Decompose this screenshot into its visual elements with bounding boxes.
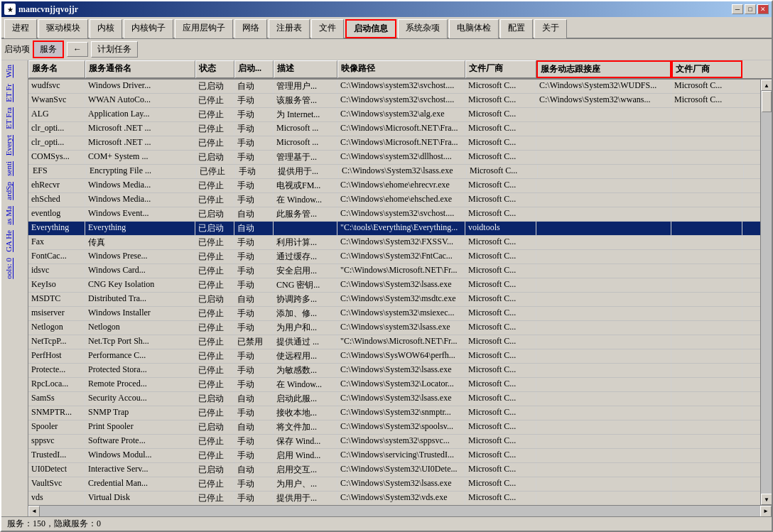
title-bar-left: ★ mamcvnjjqvojjr <box>4 4 78 15</box>
close-button[interactable]: ✕ <box>757 4 769 14</box>
tab-process[interactable]: 进程 <box>4 19 37 38</box>
scroll-down-button[interactable]: ▼ <box>761 494 772 505</box>
cell-status: 已停止 <box>195 236 234 249</box>
cell-status: 已启动 <box>195 392 234 406</box>
table-row[interactable]: idsvcWindows Card...已停止手动安全启用..."C:\Wind… <box>28 264 760 278</box>
cell-desc: 提供用于... <box>275 165 339 178</box>
cell-path: C:\Windows\System32\lsass.exe <box>337 278 465 292</box>
col-header-status[interactable]: 状态 <box>195 60 234 78</box>
table-row[interactable]: NetlogonNetlogon已停止手动为用户和...C:\Windows\s… <box>28 321 760 335</box>
table-row[interactable]: ehRecvrWindows Media...已停止手动电视或FM...C:\W… <box>28 179 760 193</box>
tab-registry[interactable]: 注册表 <box>269 19 310 38</box>
left-item-senti[interactable]: senti <box>3 158 26 179</box>
tab-startup[interactable]: 启动信息 <box>345 19 396 38</box>
table-row[interactable]: COMSys...COM+ System ...已启动手动管理基于...C:\W… <box>28 151 760 165</box>
cell-vendor: voidtools <box>465 222 536 235</box>
table-row[interactable]: wudfsvcWindows Driver...已启动自动管理用户...C:\W… <box>28 80 760 94</box>
table-row[interactable]: VaultSvcCredential Man...已停止手动为用户、...C:\… <box>28 477 760 492</box>
left-item-ardsp[interactable]: ardSp <box>3 179 26 203</box>
col-header-file-vendor[interactable]: 文件厂商 <box>671 60 742 78</box>
cell-desc: 此服务管... <box>274 207 337 221</box>
tab-file[interactable]: 文件 <box>311 19 344 38</box>
left-item-win[interactable]: Win <box>3 62 26 81</box>
vertical-scrollbar[interactable]: ▲ ▼ <box>760 80 772 505</box>
table-row[interactable]: eventlogWindows Event...已启动自动此服务管...C:\W… <box>28 207 760 222</box>
sub-tab-arrow[interactable]: ← <box>67 42 88 57</box>
col-header-path[interactable]: 映像路径 <box>337 60 465 78</box>
table-row[interactable]: clr_opti...Microsoft .NET ...已停止手动Micros… <box>28 122 760 136</box>
col-header-svc-name[interactable]: 服务名 <box>28 60 85 78</box>
cell-status: 已停止 <box>195 435 234 448</box>
table-row[interactable]: SpoolerPrint Spooler已启动自动将文件加...C:\Windo… <box>28 420 760 435</box>
left-item-etfra[interactable]: ET Fra <box>3 104 26 132</box>
table-row[interactable]: ALGApplication Lay...已停止手动为 Internet...C… <box>28 108 760 122</box>
table-row[interactable]: MSDTCDistributed Tra...已启动自动协调跨多...C:\Wi… <box>28 293 760 307</box>
sub-tab-service[interactable]: 服务 <box>33 40 64 58</box>
tab-kernel-hook[interactable]: 内核钩子 <box>124 19 173 38</box>
cell-svc_name: TrustedI... <box>28 449 85 462</box>
minimize-button[interactable]: ─ <box>732 4 743 14</box>
col-header-vendor[interactable]: 文件厂商 <box>465 60 536 78</box>
cell-common_name: Encrypting File ... <box>87 165 197 178</box>
table-row[interactable]: clr_opti...Microsoft .NET ...已停止手动Micros… <box>28 136 760 151</box>
table-row[interactable]: PerfHostPerformance C...已停止手动使远程用...C:\W… <box>28 349 760 364</box>
table-row[interactable]: Fax传真已停止手动利用计算...C:\Windows\System32\FXS… <box>28 236 760 250</box>
hscroll-track[interactable] <box>40 506 760 517</box>
cell-desc: 提供用于... <box>274 492 337 505</box>
table-row[interactable]: ehSchedWindows Media...已停止手动在 Window...C… <box>28 193 760 207</box>
cell-log <box>536 179 671 192</box>
col-header-log[interactable]: 服务动志跟接座 <box>536 60 671 78</box>
sub-tab-schedule[interactable]: 计划任务 <box>91 41 138 58</box>
cell-file_vendor <box>671 406 742 420</box>
tab-app-hook[interactable]: 应用层钩子 <box>175 19 233 38</box>
left-item-asma[interactable]: as Ma <box>3 203 26 228</box>
left-item-tools[interactable]: ools: 0 <box>3 255 26 282</box>
cell-desc: 为用户、... <box>274 477 337 491</box>
cell-vendor: Microsoft C... <box>465 364 536 377</box>
left-item-etfr[interactable]: ET Fr <box>3 81 26 105</box>
cell-status: 已启动 <box>195 80 234 93</box>
table-row[interactable]: Protecte...Protected Stora...已停止手动为敏感数..… <box>28 364 760 378</box>
cell-start: 手动 <box>234 108 274 121</box>
tab-network[interactable]: 网络 <box>234 19 267 38</box>
table-row[interactable]: SamSsSecurity Accou...已启动自动启动此服...C:\Win… <box>28 392 760 406</box>
table-row[interactable]: NetTcpP...Net.Tcp Port Sh...已停止已禁用提供通过 .… <box>28 335 760 349</box>
scroll-track[interactable] <box>761 91 772 494</box>
cell-svc_name: clr_opti... <box>28 122 85 136</box>
col-header-desc[interactable]: 描述 <box>274 60 337 78</box>
table-row[interactable]: sppsvcSoftware Prote...已停止手动保存 Wind...C:… <box>28 435 760 449</box>
left-item-every[interactable]: Everyt <box>3 132 26 158</box>
cell-vendor: Microsoft C... <box>465 264 536 278</box>
table-row[interactable]: UI0DetectInteractive Serv...已启动自动启用交互...… <box>28 463 760 477</box>
tab-kernel[interactable]: 内核 <box>90 19 122 38</box>
table-row[interactable]: msiserverWindows Installer已停止手动添加、修...C:… <box>28 307 760 321</box>
cell-path: C:\Windows\system32\svchost.... <box>337 94 465 107</box>
table-row[interactable]: EverythingEverything已启动自动"C:\tools\Every… <box>28 222 760 236</box>
cell-vendor: Microsoft C... <box>465 122 536 136</box>
scroll-up-button[interactable]: ▲ <box>761 80 772 91</box>
table-row[interactable]: vdsVirtual Disk已停止手动提供用于...C:\Windows\Sy… <box>28 492 760 505</box>
hscroll-right-button[interactable]: ► <box>760 506 772 517</box>
table-row[interactable]: KeyIsoCNG Key Isolation已停止手动CNG 密钥...C:\… <box>28 278 760 293</box>
tab-config[interactable]: 配置 <box>500 19 533 38</box>
tab-driver[interactable]: 驱动模块 <box>38 19 88 38</box>
table-row[interactable]: FontCac...Windows Prese...已停止手动通过缓存...C:… <box>28 250 760 264</box>
col-header-start[interactable]: 启动... <box>234 60 274 78</box>
cell-status: 已停止 <box>195 136 234 150</box>
col-header-common-name[interactable]: 服务通俗名 <box>85 60 195 78</box>
cell-path: C:\Windows\system32\dllhost.... <box>337 151 465 164</box>
tab-checkup[interactable]: 电脑体检 <box>449 19 499 38</box>
table-row[interactable]: EFSEncrypting File ...已停止手动提供用于...C:\Win… <box>28 165 760 179</box>
tab-about[interactable]: 关于 <box>534 19 567 38</box>
tab-misc[interactable]: 系统杂项 <box>398 19 448 38</box>
scroll-thumb[interactable] <box>762 91 772 112</box>
left-item-gahe[interactable]: GA He <box>3 227 26 255</box>
table-row[interactable]: WwanSvcWWAN AutoCo...已停止手动该服务管...C:\Wind… <box>28 94 760 108</box>
cell-desc <box>274 222 337 235</box>
table-row[interactable]: RpcLoca...Remote Proced...已停止手动在 Window.… <box>28 378 760 392</box>
table-row[interactable]: TrustedI...Windows Modul...已停止手动启用 Wind.… <box>28 449 760 463</box>
cell-common_name: Microsoft .NET ... <box>85 136 195 150</box>
maximize-button[interactable]: □ <box>745 4 756 14</box>
table-row[interactable]: SNMPTR...SNMP Trap已停止手动接收本地...C:\Windows… <box>28 406 760 420</box>
hscroll-left-button[interactable]: ◄ <box>28 506 40 517</box>
